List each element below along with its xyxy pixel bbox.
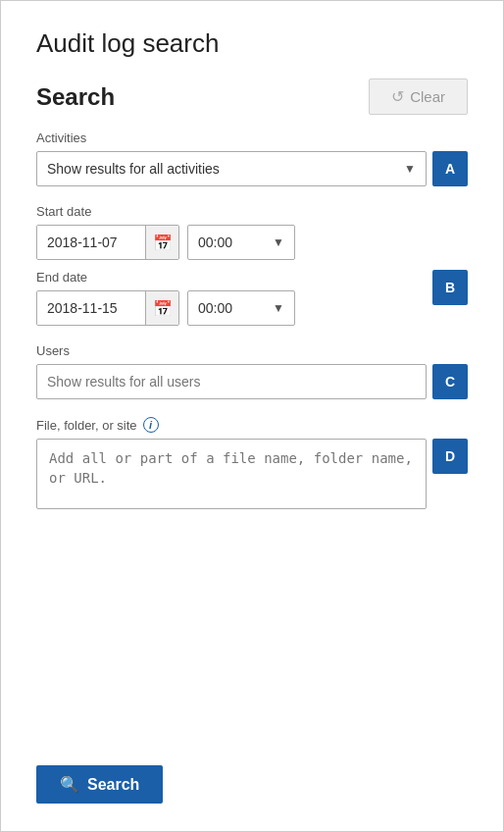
end-date-input-wrap: 📅 xyxy=(36,290,179,326)
start-date-row: 📅 00:00 ▼ xyxy=(36,225,468,260)
page-title: Audit log search xyxy=(36,28,468,59)
end-date-section: End date 📅 00:00 ▼ B xyxy=(36,270,468,326)
start-time-select[interactable]: 00:00 ▼ xyxy=(187,225,295,260)
chevron-down-icon: ▼ xyxy=(273,235,284,249)
activities-select[interactable]: Show results for all activities ▼ xyxy=(36,151,427,186)
clear-button-label: Clear xyxy=(410,88,445,105)
calendar-icon: 📅 xyxy=(153,299,173,318)
end-date-row: 📅 00:00 ▼ xyxy=(36,290,427,326)
file-folder-badge: D xyxy=(432,439,468,474)
activities-value: Show results for all activities xyxy=(47,161,220,177)
search-button[interactable]: 🔍 Search xyxy=(36,765,163,804)
chevron-down-icon: ▼ xyxy=(273,301,284,315)
file-folder-label: File, folder, or site xyxy=(36,418,137,433)
activities-label: Activities xyxy=(36,130,468,145)
page-container: Audit log search Search ↺ Clear Activiti… xyxy=(0,0,504,832)
end-date-badge: B xyxy=(432,270,468,305)
start-date-input[interactable] xyxy=(37,226,145,259)
users-input-row: C xyxy=(36,364,468,399)
end-time-select[interactable]: 00:00 ▼ xyxy=(187,290,295,326)
activities-badge: A xyxy=(432,151,468,186)
end-date-inner: End date 📅 00:00 ▼ xyxy=(36,270,427,326)
clear-button[interactable]: ↺ Clear xyxy=(369,78,468,115)
file-folder-input[interactable] xyxy=(36,439,427,509)
search-icon: 🔍 xyxy=(60,775,79,794)
end-date-label: End date xyxy=(36,270,427,285)
file-folder-section: File, folder, or site i D xyxy=(36,417,468,509)
start-time-value: 00:00 xyxy=(198,234,232,250)
end-date-wrapper: End date 📅 00:00 ▼ B xyxy=(36,270,468,326)
calendar-icon: 📅 xyxy=(153,234,173,252)
start-date-section: Start date 📅 00:00 ▼ xyxy=(36,204,468,260)
search-section-label: Search xyxy=(36,83,115,111)
reset-icon: ↺ xyxy=(391,87,404,106)
end-time-value: 00:00 xyxy=(198,300,232,316)
activities-section: Activities Show results for all activiti… xyxy=(36,130,468,186)
users-badge: C xyxy=(432,364,468,399)
info-icon: i xyxy=(143,417,159,433)
end-date-calendar-button[interactable]: 📅 xyxy=(145,291,178,325)
chevron-down-icon: ▼ xyxy=(404,162,416,176)
start-date-label: Start date xyxy=(36,204,468,219)
start-date-calendar-button[interactable]: 📅 xyxy=(145,226,178,259)
file-folder-label-row: File, folder, or site i xyxy=(36,417,468,433)
users-label: Users xyxy=(36,343,468,358)
search-button-label: Search xyxy=(87,776,139,794)
activities-input-row: Show results for all activities ▼ A xyxy=(36,151,468,186)
users-section: Users C xyxy=(36,343,468,399)
start-date-input-wrap: 📅 xyxy=(36,225,179,260)
end-date-input[interactable] xyxy=(37,291,145,325)
section-header: Search ↺ Clear xyxy=(36,78,468,115)
file-folder-input-row: D xyxy=(36,439,468,509)
users-input[interactable] xyxy=(36,364,427,399)
